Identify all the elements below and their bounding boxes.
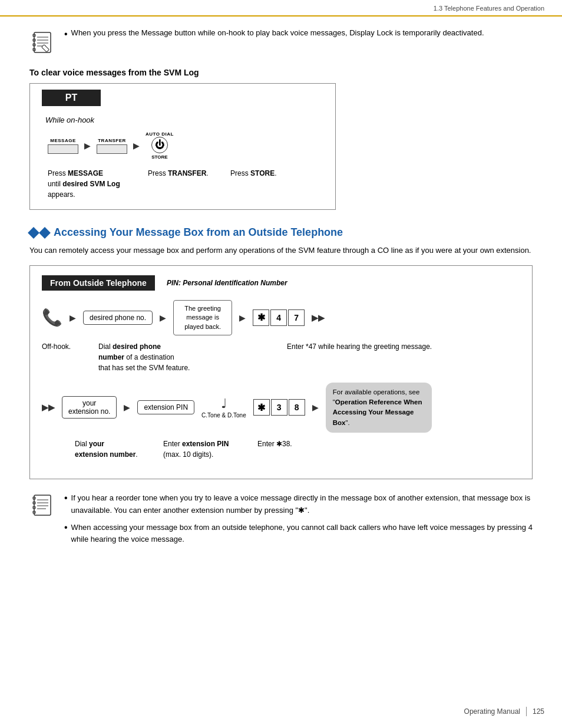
notebook-icon	[29, 29, 56, 57]
svg-rect-9	[42, 45, 49, 52]
ext-no-btn: your extension no.	[62, 396, 117, 419]
bullet-dot-2: •	[64, 522, 68, 546]
bullet-dot-1: •	[64, 492, 68, 517]
flow-arrow-4	[124, 402, 130, 413]
flow-row-2: ▶▶ your extension no. extension PIN	[42, 383, 520, 433]
footer-manual-label: Operating Manual	[464, 707, 520, 716]
balloon-item: For available operations, see "Operation…	[326, 383, 432, 433]
pin-label: PIN: Personal Identification Number	[167, 279, 287, 287]
key-group-38: ✱ 3 8	[253, 399, 305, 416]
top-note-content: When you press the Message button while …	[71, 28, 484, 41]
svg-rect-10	[34, 495, 51, 515]
message-label: MESSAGE	[50, 138, 76, 143]
diamond2	[39, 227, 51, 239]
keys-38-item: ✱ 3 8	[253, 399, 305, 416]
store-power-icon: ⏻	[155, 140, 164, 150]
desc-enter-38: Enter ✱38.	[254, 439, 313, 460]
transfer-button-group: TRANSFER	[97, 138, 127, 154]
pt-sub-label: While on-hook	[45, 116, 323, 124]
keys-47-item: ✱ 4 7	[253, 309, 305, 326]
key-4: 4	[270, 309, 287, 326]
bottom-note-item-2: • When accessing your message box from a…	[64, 522, 533, 546]
flow-arrow-3	[239, 312, 246, 323]
key-star: ✱	[253, 309, 269, 326]
desc-spacer-2	[42, 439, 71, 460]
desc-offhook: Off-hook.	[42, 341, 95, 373]
from-outside-label: From Outside Telephone	[42, 275, 155, 291]
pt-section-heading: To clear voice messages from the SVM Log	[29, 68, 533, 77]
ext-no-line2: extension no.	[68, 407, 110, 416]
bottom-notes-section: • If you hear a reorder tone when you tr…	[29, 492, 533, 551]
accessing-heading-text: Accessing Your Message Box from an Outsi…	[54, 226, 343, 239]
arrow2	[133, 140, 140, 151]
accessing-desc: You can remotely access your message box…	[29, 245, 533, 257]
store-label: STORE	[151, 154, 167, 160]
page-container: 1.3 Telephone Features and Operation	[0, 0, 562, 728]
message-bold: MESSAGE	[68, 169, 103, 177]
desc-ext-no: Dial yourextension number.	[71, 439, 160, 460]
bottom-note-text-1: If you hear a reorder tone when you try …	[71, 492, 533, 517]
double-arrow-1: ▶▶	[312, 313, 325, 322]
key-8: 8	[289, 399, 305, 416]
ext-no-line1: your	[82, 399, 96, 407]
desc-row-1: Off-hook. Dial desired phonenumber of a …	[42, 341, 520, 373]
message-button-group: MESSAGE	[48, 138, 78, 154]
phone-item: 📞	[42, 308, 62, 327]
flow-arrow-1	[70, 312, 76, 323]
top-note-section: • When you press the Message button whil…	[29, 28, 533, 57]
diamond1	[28, 227, 39, 239]
page-footer: Operating Manual 125	[464, 707, 544, 716]
desired-phone-item: desired phone no.	[83, 311, 153, 325]
accessing-heading: Accessing Your Message Box from an Outsi…	[29, 226, 533, 239]
auto-dial-label: AUTO DIAL	[146, 131, 174, 137]
desc-enter-47: Enter *47 while hearing the greeting mes…	[283, 341, 520, 373]
bottom-notebook-icon	[29, 492, 56, 520]
greeting-box: The greeting message is played back.	[173, 300, 232, 335]
flow-row-1: 📞 desired phone no. The greeting message…	[42, 300, 520, 335]
pt-box-title: PT	[42, 90, 101, 106]
desc-ext-pin: Enter extension PIN(max. 10 digits).	[160, 439, 254, 460]
greeting-item: The greeting message is played back.	[173, 300, 232, 335]
bottom-note-text-2: When accessing your message box from an …	[71, 522, 533, 546]
main-content: • When you press the Message button whil…	[0, 17, 562, 562]
store-bold: STORE	[250, 169, 275, 177]
top-note-text: • When you press the Message button whil…	[64, 28, 484, 44]
balloon-note: For available operations, see "Operation…	[326, 383, 432, 433]
desc-row-2: Dial yourextension number. Enter extensi…	[42, 439, 520, 460]
desired-phone-btn: desired phone no.	[83, 311, 153, 325]
pt-box: PT While on-hook MESSAGE TRANSFER	[29, 83, 336, 210]
ext-no-item: your extension no.	[62, 396, 117, 419]
flow-arrow-2	[160, 312, 166, 323]
flow-section-1: 📞 desired phone no. The greeting message…	[42, 300, 520, 373]
store-circle: ⏻	[151, 137, 168, 153]
key-group-47: ✱ 4 7	[253, 309, 305, 326]
transfer-bold: TRANSFER	[168, 169, 206, 177]
tone-icon: ♩	[201, 396, 246, 411]
tone-item: ♩ C.Tone & D.Tone	[201, 396, 246, 419]
ext-pin-item: extension PIN	[137, 400, 194, 414]
ext-pin-btn: extension PIN	[137, 400, 194, 414]
footer-page-number: 125	[533, 707, 544, 716]
footer-divider	[526, 707, 527, 716]
message-btn-body	[48, 144, 78, 154]
outside-box-header: From Outside Telephone PIN: Personal Ide…	[42, 275, 520, 291]
desired-svm-bold: desired SVM Log	[62, 180, 120, 188]
pt-desc-store: Press STORE.	[230, 168, 313, 200]
key-7: 7	[288, 309, 305, 326]
key-3: 3	[271, 399, 287, 416]
transfer-btn-body	[97, 144, 127, 154]
flow-section-2: ▶▶ your extension no. extension PIN	[42, 383, 520, 460]
pt-desc-row: Press MESSAGE until desired SVM Log appe…	[48, 168, 323, 200]
diamond-icons	[29, 229, 49, 237]
bullet-dot: •	[64, 28, 68, 41]
flow-arrow-5	[312, 402, 319, 413]
bottom-note-list: • If you hear a reorder tone when you tr…	[64, 492, 533, 551]
outside-telephone-box: From Outside Telephone PIN: Personal Ide…	[29, 265, 533, 479]
store-button-group: AUTO DIAL ⏻ STORE	[146, 131, 174, 160]
key-star-2: ✱	[253, 399, 270, 416]
desc-greeting	[213, 341, 283, 373]
phone-offhook-icon: 📞	[42, 308, 62, 327]
tone-group: ♩ C.Tone & D.Tone	[201, 396, 246, 419]
desc-dial: Dial desired phonenumber of a destinatio…	[95, 341, 213, 373]
tone-label: C.Tone & D.Tone	[201, 411, 246, 419]
